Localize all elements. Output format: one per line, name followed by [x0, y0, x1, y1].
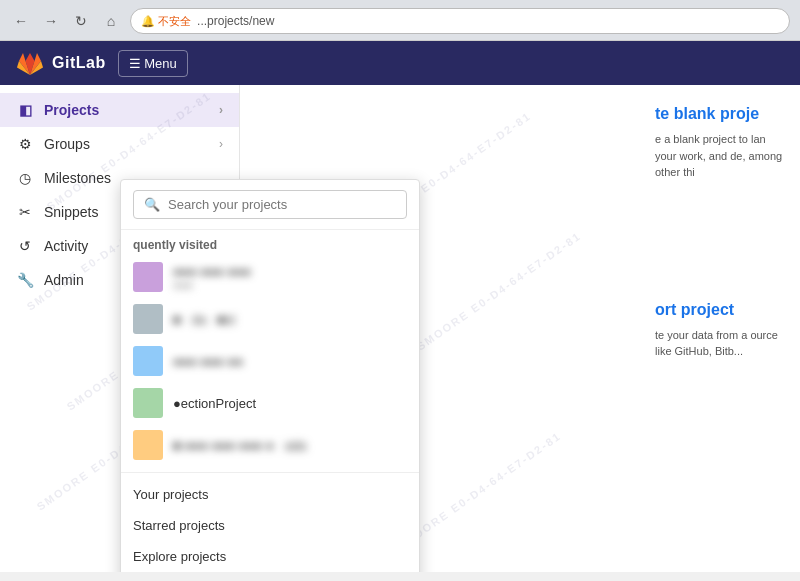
projects-dropdown: 🔍 quently visited ●●● ●●● ●●● ●●●: [120, 179, 420, 572]
chevron-right-icon: ›: [219, 103, 223, 117]
chevron-right-icon-groups: ›: [219, 137, 223, 151]
groups-icon: ⚙: [16, 136, 34, 152]
sidebar-label-admin: Admin: [44, 272, 84, 288]
sidebar-label-projects: Projects: [44, 102, 99, 118]
project-info: ●●● ●●● ●●● ●●●: [173, 264, 407, 291]
security-warning: 🔔 不安全: [141, 14, 191, 29]
project-name: ●●● ●●● ●●●: [173, 264, 407, 279]
project-info: ●●● ●●● ●●: [173, 354, 407, 369]
import-project-title: ort project: [655, 301, 790, 319]
project-avatar: [133, 304, 163, 334]
gitlab-logo-icon: [16, 49, 44, 77]
address-bar[interactable]: 🔔 不安全 ...projects/new: [130, 8, 790, 34]
sidebar-label-snippets: Snippets: [44, 204, 98, 220]
sidebar-item-projects[interactable]: ◧ Projects ›: [0, 93, 239, 127]
admin-icon: 🔧: [16, 272, 34, 288]
back-button[interactable]: ←: [10, 10, 32, 32]
sidebar-label-milestones: Milestones: [44, 170, 111, 186]
forward-button[interactable]: →: [40, 10, 62, 32]
project-avatar: [133, 346, 163, 376]
import-project-section: ort project te your data from a ource li…: [655, 301, 790, 360]
activity-icon: ↺: [16, 238, 34, 254]
project-avatar: [133, 430, 163, 460]
blank-project-title: te blank proje: [655, 105, 790, 123]
project-info: ■ ●●● ●●● ●●● ● ada: [173, 438, 407, 453]
sidebar-label-activity: Activity: [44, 238, 88, 254]
project-namespace: ●●●: [173, 279, 407, 291]
project-list: ●●● ●●● ●●● ●●● ■ da ■st ●●● ●●● ●●: [121, 256, 419, 466]
project-name: ●ectionProject: [173, 396, 407, 411]
project-info: ■ da ■st: [173, 312, 407, 327]
search-input[interactable]: [168, 197, 396, 212]
list-item[interactable]: ●●● ●●● ●●● ●●●: [121, 256, 419, 298]
blank-project-desc: e a blank project to lan your work, and …: [655, 131, 790, 181]
menu-button[interactable]: ☰ Menu: [118, 50, 188, 77]
search-icon: 🔍: [144, 197, 160, 212]
sidebar-item-groups[interactable]: ⚙ Groups ›: [0, 127, 239, 161]
projects-icon: ◧: [16, 102, 34, 118]
refresh-button[interactable]: ↻: [70, 10, 92, 32]
list-item[interactable]: ●ectionProject: [121, 382, 419, 424]
gitlab-logo[interactable]: GitLab: [16, 49, 106, 77]
gitlab-wordmark: GitLab: [52, 54, 106, 72]
project-name: ■ ●●● ●●● ●●● ● ada: [173, 438, 407, 453]
starred-projects-link[interactable]: Starred projects: [121, 510, 419, 541]
blank-project-section: te blank proje e a blank project to lan …: [655, 105, 790, 181]
import-project-desc: te your data from a ource like GitHub, B…: [655, 327, 790, 360]
project-avatar: [133, 388, 163, 418]
search-input-wrap[interactable]: 🔍: [133, 190, 407, 219]
project-info: ●ectionProject: [173, 396, 407, 411]
snippets-icon: ✂: [16, 204, 34, 220]
milestones-icon: ◷: [16, 170, 34, 186]
list-item[interactable]: ■ ●●● ●●● ●●● ● ada: [121, 424, 419, 466]
project-name: ●●● ●●● ●●: [173, 354, 407, 369]
divider: [121, 472, 419, 473]
explore-projects-link[interactable]: Explore projects: [121, 541, 419, 572]
project-name: ■ da ■st: [173, 312, 407, 327]
sidebar-label-groups: Groups: [44, 136, 90, 152]
project-avatar: [133, 262, 163, 292]
list-item[interactable]: ■ da ■st: [121, 298, 419, 340]
home-button[interactable]: ⌂: [100, 10, 122, 32]
top-navigation: GitLab ☰ Menu: [0, 41, 800, 85]
right-panel: te blank proje e a blank project to lan …: [645, 85, 800, 572]
list-item[interactable]: ●●● ●●● ●●: [121, 340, 419, 382]
recently-visited-label: quently visited: [121, 230, 419, 256]
url-text: ...projects/new: [197, 14, 274, 28]
search-box: 🔍: [121, 180, 419, 230]
your-projects-link[interactable]: Your projects: [121, 479, 419, 510]
